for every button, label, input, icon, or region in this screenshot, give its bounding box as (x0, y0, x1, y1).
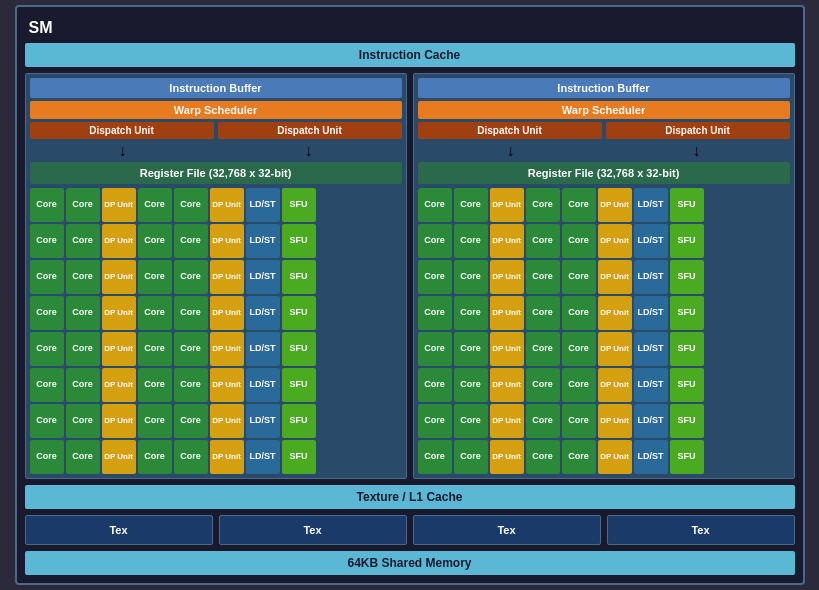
cell-core: Core (138, 188, 172, 222)
cell-ldst: LD/ST (246, 260, 280, 294)
shared-memory: 64KB Shared Memory (25, 551, 795, 575)
cell-core: Core (30, 440, 64, 474)
cell-core: Core (138, 404, 172, 438)
right-dispatch-unit-1: Dispatch Unit (418, 122, 602, 139)
cell-core: Core (562, 332, 596, 366)
cell-core: Core (526, 260, 560, 294)
cell-core: Core (138, 368, 172, 402)
cell-ldst: LD/ST (634, 368, 668, 402)
cell-dp: DP Unit (598, 332, 632, 366)
cell-core: Core (138, 440, 172, 474)
right-row-3: Core Core DP Unit Core Core DP Unit LD/S… (418, 260, 790, 294)
sm-title: SM (25, 15, 795, 43)
cell-dp: DP Unit (210, 440, 244, 474)
cell-sfu: SFU (670, 296, 704, 330)
right-half: Instruction Buffer Warp Scheduler Dispat… (413, 73, 795, 479)
left-core-grid: Core Core DP Unit Core Core DP Unit LD/S… (30, 188, 402, 474)
cell-core: Core (174, 188, 208, 222)
cell-core: Core (30, 224, 64, 258)
cell-dp: DP Unit (102, 296, 136, 330)
cell-dp: DP Unit (490, 224, 524, 258)
cell-core: Core (454, 224, 488, 258)
cell-dp: DP Unit (598, 368, 632, 402)
cell-core: Core (562, 296, 596, 330)
cell-core: Core (418, 368, 452, 402)
left-row-7: Core Core DP Unit Core Core DP Unit LD/S… (30, 404, 402, 438)
left-row-3: Core Core DP Unit Core Core DP Unit LD/S… (30, 260, 402, 294)
cell-sfu: SFU (670, 404, 704, 438)
cell-dp: DP Unit (210, 296, 244, 330)
cell-dp: DP Unit (598, 188, 632, 222)
cell-core: Core (454, 440, 488, 474)
cell-dp: DP Unit (210, 368, 244, 402)
cell-sfu: SFU (282, 296, 316, 330)
right-arrow-2: ↓ (693, 142, 701, 160)
right-row-8: Core Core DP Unit Core Core DP Unit LD/S… (418, 440, 790, 474)
cell-core: Core (526, 368, 560, 402)
cell-core: Core (138, 260, 172, 294)
cell-ldst: LD/ST (634, 260, 668, 294)
cell-dp: DP Unit (598, 440, 632, 474)
cell-dp: DP Unit (490, 332, 524, 366)
cell-dp: DP Unit (598, 296, 632, 330)
left-dispatch-row: Dispatch Unit Dispatch Unit (30, 122, 402, 139)
right-row-2: Core Core DP Unit Core Core DP Unit LD/S… (418, 224, 790, 258)
cell-core: Core (174, 404, 208, 438)
instruction-cache: Instruction Cache (25, 43, 795, 67)
cell-sfu: SFU (670, 440, 704, 474)
left-row-2: Core Core DP Unit Core Core DP Unit LD/S… (30, 224, 402, 258)
texture-l1-cache: Texture / L1 Cache (25, 485, 795, 509)
left-dispatch-unit-2: Dispatch Unit (218, 122, 402, 139)
cell-core: Core (526, 332, 560, 366)
cell-dp: DP Unit (490, 368, 524, 402)
left-warp-scheduler: Warp Scheduler (30, 101, 402, 119)
cell-sfu: SFU (282, 224, 316, 258)
cell-dp: DP Unit (210, 188, 244, 222)
left-row-4: Core Core DP Unit Core Core DP Unit LD/S… (30, 296, 402, 330)
cell-core: Core (526, 188, 560, 222)
left-row-1: Core Core DP Unit Core Core DP Unit LD/S… (30, 188, 402, 222)
cell-dp: DP Unit (598, 404, 632, 438)
cell-core: Core (138, 332, 172, 366)
tex-unit-1: Tex (25, 515, 213, 545)
cell-sfu: SFU (670, 224, 704, 258)
cell-ldst: LD/ST (246, 332, 280, 366)
cell-core: Core (30, 296, 64, 330)
main-two-col: Instruction Buffer Warp Scheduler Dispat… (25, 73, 795, 479)
cell-sfu: SFU (282, 332, 316, 366)
right-dispatch-unit-2: Dispatch Unit (606, 122, 790, 139)
cell-core: Core (174, 368, 208, 402)
cell-core: Core (174, 296, 208, 330)
cell-core: Core (454, 188, 488, 222)
cell-ldst: LD/ST (246, 404, 280, 438)
cell-dp: DP Unit (102, 440, 136, 474)
tex-unit-4: Tex (607, 515, 795, 545)
cell-core: Core (418, 296, 452, 330)
cell-core: Core (66, 296, 100, 330)
cell-ldst: LD/ST (634, 440, 668, 474)
cell-core: Core (454, 368, 488, 402)
tex-row: Tex Tex Tex Tex (25, 515, 795, 545)
cell-core: Core (418, 332, 452, 366)
cell-sfu: SFU (670, 260, 704, 294)
cell-dp: DP Unit (210, 332, 244, 366)
cell-core: Core (174, 440, 208, 474)
cell-sfu: SFU (670, 188, 704, 222)
cell-dp: DP Unit (490, 404, 524, 438)
cell-core: Core (138, 224, 172, 258)
right-row-1: Core Core DP Unit Core Core DP Unit LD/S… (418, 188, 790, 222)
cell-core: Core (526, 404, 560, 438)
right-warp-scheduler: Warp Scheduler (418, 101, 790, 119)
cell-core: Core (418, 188, 452, 222)
cell-dp: DP Unit (598, 260, 632, 294)
cell-core: Core (418, 224, 452, 258)
right-row-6: Core Core DP Unit Core Core DP Unit LD/S… (418, 368, 790, 402)
cell-core: Core (418, 440, 452, 474)
cell-dp: DP Unit (210, 260, 244, 294)
right-row-5: Core Core DP Unit Core Core DP Unit LD/S… (418, 332, 790, 366)
cell-core: Core (66, 404, 100, 438)
cell-ldst: LD/ST (246, 188, 280, 222)
cell-core: Core (30, 404, 64, 438)
left-half: Instruction Buffer Warp Scheduler Dispat… (25, 73, 407, 479)
left-arrow-2: ↓ (305, 142, 313, 160)
